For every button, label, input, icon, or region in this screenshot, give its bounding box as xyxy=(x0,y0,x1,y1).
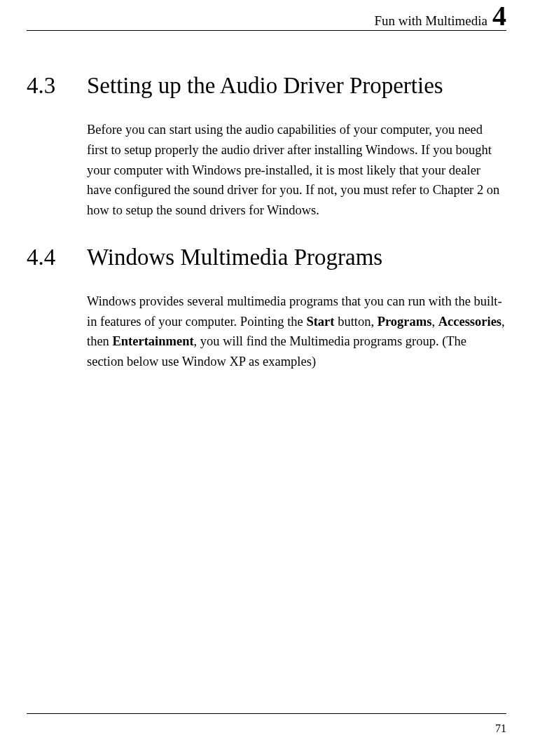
section-title: Windows Multimedia Programs xyxy=(87,243,382,272)
section-number: 4.3 xyxy=(27,71,87,99)
bold-start: Start xyxy=(306,315,334,329)
section-4-3-heading: 4.3 Setting up the Audio Driver Properti… xyxy=(27,71,506,100)
section-number: 4.4 xyxy=(27,243,87,270)
bold-accessories: Accessories xyxy=(438,315,501,329)
header-chapter-number: 4 xyxy=(492,4,506,28)
section-4-3-body: Before you can start using the audio cap… xyxy=(87,120,506,220)
header-title: Fun with Multimedia xyxy=(375,13,488,29)
body-text-run: button, xyxy=(335,315,378,329)
section-4-4-body: Windows provides several multimedia prog… xyxy=(87,291,506,372)
page-header: Fun with Multimedia 4 xyxy=(27,4,506,31)
section-4-4-heading: 4.4 Windows Multimedia Programs xyxy=(27,243,506,272)
section-title: Setting up the Audio Driver Properties xyxy=(87,71,443,100)
bold-programs: Programs xyxy=(378,315,432,329)
bold-entertainment: Entertainment xyxy=(112,334,193,348)
footer-rule xyxy=(27,713,506,714)
body-text-run: , xyxy=(431,315,438,329)
page-number: 71 xyxy=(495,722,506,735)
